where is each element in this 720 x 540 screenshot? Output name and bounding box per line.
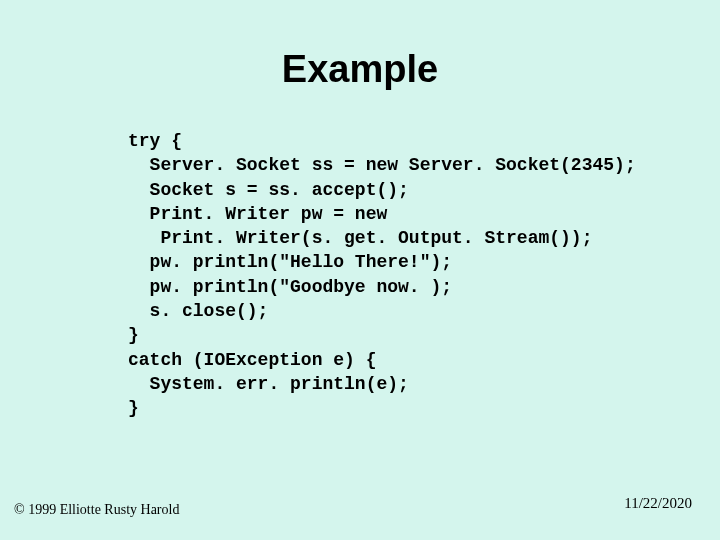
date-text: 11/22/2020 xyxy=(624,495,692,512)
slide-title: Example xyxy=(0,0,720,91)
copyright-text: © 1999 Elliotte Rusty Harold xyxy=(14,502,179,518)
code-block: try { Server. Socket ss = new Server. So… xyxy=(128,129,720,421)
